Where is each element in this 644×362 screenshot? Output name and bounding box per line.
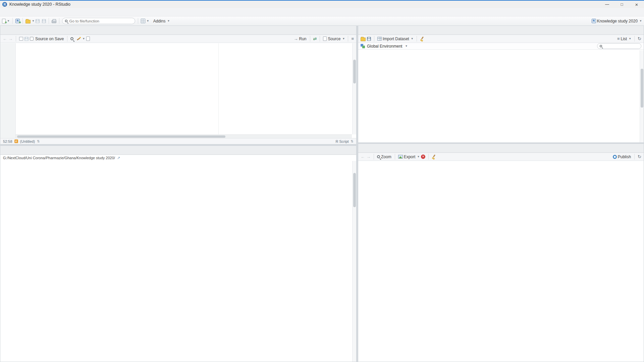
clear-all-plots-button[interactable] xyxy=(432,155,436,159)
chevron-down-icon: ▼ xyxy=(167,19,170,22)
chevron-down-icon: ▼ xyxy=(411,37,414,40)
environment-pane: Import Dataset ▼ ≡ List ▼ ↻ Global Envir… xyxy=(358,25,644,143)
environment-scope-bar: Global Environment ▼ xyxy=(358,43,644,50)
chevron-down-icon: ▼ xyxy=(417,155,420,158)
magic-wand-icon xyxy=(76,37,81,41)
save-workspace-button[interactable] xyxy=(367,37,371,41)
environment-vertical-scrollbar[interactable] xyxy=(640,50,644,142)
remove-plot-button[interactable]: ✕ xyxy=(421,155,425,159)
refresh-environment-button[interactable]: ↻ xyxy=(638,36,641,41)
new-project-button[interactable]: R xyxy=(15,19,20,23)
section-nav-icon[interactable]: ⇅ xyxy=(37,139,40,143)
workspace-panes-button[interactable]: ▼ xyxy=(141,19,149,23)
new-file-button[interactable]: ▼ xyxy=(2,19,10,23)
chevron-down-icon: ▼ xyxy=(7,19,10,22)
import-dataset-icon xyxy=(377,37,382,41)
new-file-icon xyxy=(2,19,6,23)
goto-file-search[interactable] xyxy=(62,18,135,24)
save-file-button[interactable] xyxy=(24,37,29,41)
environment-search-box[interactable] xyxy=(597,43,641,49)
previous-plot-button[interactable]: ← xyxy=(361,154,365,159)
search-icon xyxy=(600,45,602,47)
find-replace-button[interactable] xyxy=(70,37,73,40)
environment-view-selector[interactable]: ≡ List ▼ xyxy=(617,36,631,41)
export-plot-button[interactable]: Export▼ xyxy=(398,155,420,159)
project-icon: R xyxy=(592,19,596,23)
run-arrow-icon: → xyxy=(294,36,298,41)
global-environment-icon xyxy=(361,44,365,48)
goto-directory-icon[interactable]: ↗ xyxy=(117,156,120,160)
project-name: Knowledge study 2020 xyxy=(597,19,638,23)
rstudio-window: R Knowledge study 2020 - RStudio — □ × ▼… xyxy=(0,0,644,362)
compile-report-button[interactable] xyxy=(86,37,90,41)
menu-bar xyxy=(0,8,644,16)
environment-toolbar: Import Dataset ▼ ≡ List ▼ ↻ xyxy=(358,35,644,43)
save-button[interactable] xyxy=(36,19,40,23)
close-button[interactable]: × xyxy=(629,1,644,8)
run-button[interactable]: →Run xyxy=(294,36,307,41)
section-icon: # xyxy=(14,139,18,143)
next-plot-button[interactable]: → xyxy=(366,154,371,159)
source-tab-strip xyxy=(0,26,356,35)
code-tools-button[interactable]: ▼ xyxy=(76,37,85,41)
chevron-down-icon: ▼ xyxy=(147,19,149,22)
console-pane: G:/NextCloud/Uni Corona/Pharmazie/Ghana/… xyxy=(0,145,357,362)
addins-button[interactable]: Addins▼ xyxy=(153,19,170,23)
save-all-button[interactable] xyxy=(42,19,46,23)
section-name[interactable]: (Untitled) xyxy=(20,139,35,143)
chevron-down-icon: ▼ xyxy=(342,37,345,40)
plot-display-area xyxy=(358,162,644,362)
environment-object-list xyxy=(358,50,639,142)
file-type-nav-icon: ⇅ xyxy=(351,139,354,143)
clear-environment-button[interactable] xyxy=(420,37,425,41)
chevron-down-icon: ▼ xyxy=(639,19,642,22)
qq-plot-canvas xyxy=(358,162,644,362)
list-view-icon: ≡ xyxy=(617,36,620,41)
editor-horizontal-scrollbar[interactable] xyxy=(16,134,352,138)
import-dataset-button[interactable]: Import Dataset ▼ xyxy=(377,37,414,41)
zoom-icon xyxy=(377,155,380,158)
code-editor[interactable] xyxy=(0,43,356,138)
plots-pane: ← → Zoom Export▼ ✕ Publish ↻ xyxy=(358,143,644,362)
project-selector[interactable]: R Knowledge study 2020 ▼ xyxy=(592,19,642,23)
chevron-down-icon: ▼ xyxy=(629,37,631,40)
back-button[interactable]: ← xyxy=(3,36,7,41)
editor-vertical-scrollbar[interactable] xyxy=(352,43,356,134)
refresh-plot-button[interactable]: ↻ xyxy=(638,154,641,159)
rstudio-logo-icon: R xyxy=(2,2,7,7)
publish-button[interactable]: Publish xyxy=(613,155,631,159)
publish-icon xyxy=(613,155,617,159)
open-file-button[interactable]: ▼ xyxy=(25,19,35,23)
chevron-down-icon: ▼ xyxy=(82,37,85,40)
open-folder-icon xyxy=(25,20,31,23)
export-image-icon xyxy=(398,155,403,159)
popout-editor-button[interactable] xyxy=(19,37,23,41)
minimize-button[interactable]: — xyxy=(600,1,614,8)
document-outline-button[interactable]: ≡ xyxy=(351,36,354,41)
source-on-save-checkbox[interactable] xyxy=(30,37,34,41)
goto-file-input[interactable] xyxy=(69,19,132,23)
editor-gutter xyxy=(0,43,16,138)
cursor-position: 52:58 xyxy=(3,139,12,143)
console-output[interactable] xyxy=(0,161,352,362)
source-button[interactable]: Source▼ xyxy=(323,37,345,41)
forward-button[interactable]: → xyxy=(8,36,13,41)
zoom-plot-button[interactable]: Zoom xyxy=(377,155,392,159)
environment-tab-strip xyxy=(358,26,644,35)
environment-scope[interactable]: Global Environment xyxy=(367,44,402,49)
editor-status-bar: 52:58 # (Untitled) ⇅ R Script ⇅ xyxy=(0,138,356,144)
window-title: Knowledge study 2020 - RStudio xyxy=(9,2,70,7)
maximize-button[interactable]: □ xyxy=(614,1,629,8)
search-icon xyxy=(65,20,67,22)
console-tab-strip xyxy=(0,146,356,155)
working-directory-bar: G:/NextCloud/Uni Corona/Pharmazie/Ghana/… xyxy=(0,155,356,161)
chevron-down-icon: ▼ xyxy=(32,19,35,22)
source-file-icon xyxy=(323,37,327,41)
title-bar: R Knowledge study 2020 - RStudio — □ × xyxy=(0,1,644,8)
file-type[interactable]: R Script xyxy=(335,139,348,143)
editor-toolbar: ← → Source on Save ▼ →Run ⇄ Source▼ ≡ xyxy=(0,35,356,43)
rerun-button[interactable]: ⇄ xyxy=(313,36,317,41)
print-button[interactable] xyxy=(52,20,56,23)
load-workspace-button[interactable] xyxy=(361,38,366,41)
console-vertical-scrollbar[interactable] xyxy=(352,161,356,362)
